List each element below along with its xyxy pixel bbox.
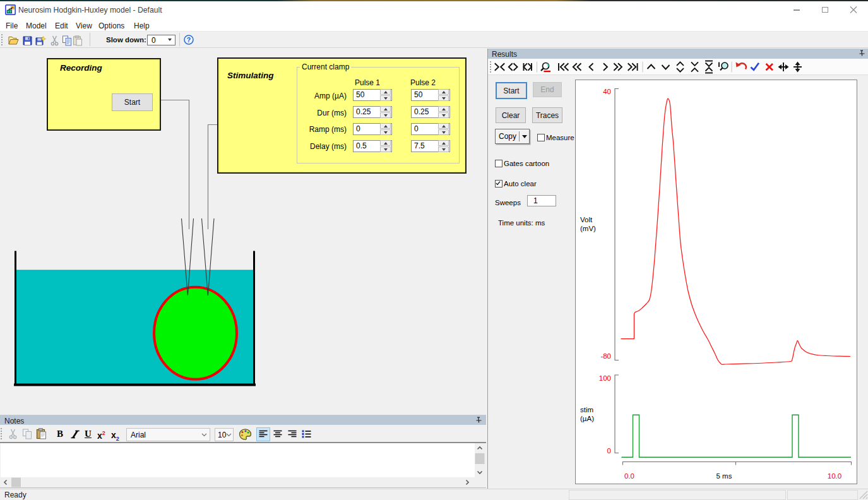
svg-text:(mV): (mV)	[580, 225, 596, 232]
svg-text:100: 100	[599, 374, 611, 382]
svg-text:5 ms: 5 ms	[716, 472, 732, 480]
svg-text:10.0: 10.0	[828, 472, 841, 480]
svg-text:(µA): (µA)	[580, 415, 594, 422]
svg-text:0: 0	[607, 447, 611, 455]
svg-text:Volt: Volt	[580, 216, 593, 223]
svg-text:0.0: 0.0	[624, 472, 634, 480]
svg-text:stim: stim	[580, 406, 593, 414]
svg-text:-80: -80	[600, 352, 611, 360]
svg-text:40: 40	[603, 88, 611, 95]
svg-text:?: ?	[187, 36, 191, 44]
